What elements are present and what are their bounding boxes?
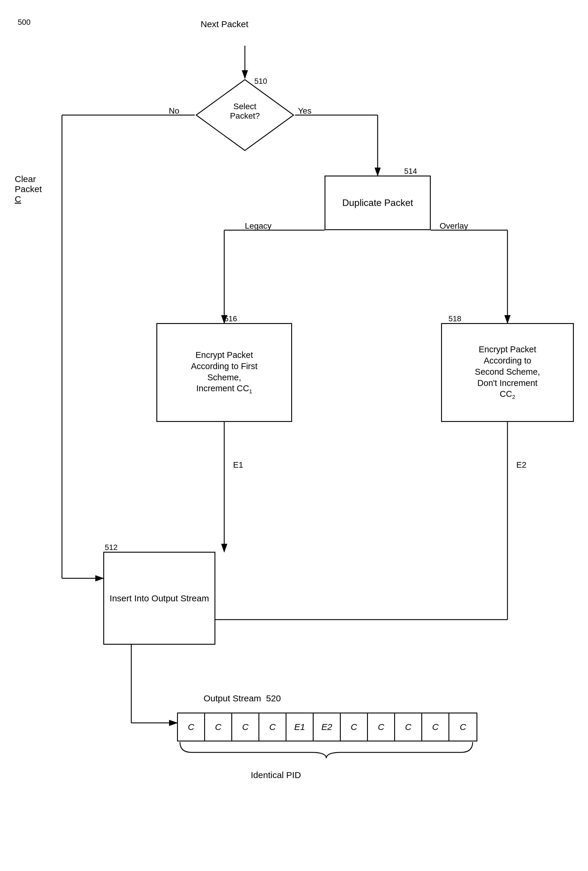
no-label: No bbox=[169, 106, 180, 116]
e2-label: E2 bbox=[516, 460, 526, 470]
legacy-label: Legacy bbox=[245, 221, 271, 231]
cell-6: C bbox=[368, 714, 395, 741]
diamond-svg bbox=[195, 78, 295, 152]
cell-e1: E1 bbox=[286, 714, 314, 741]
insert-text: Insert Into Output Stream bbox=[110, 593, 209, 604]
ref-510: 510 bbox=[254, 77, 267, 86]
cell-7: C bbox=[395, 714, 422, 741]
ref-514: 514 bbox=[404, 167, 417, 176]
cell-3: C bbox=[232, 714, 259, 741]
ref-518: 518 bbox=[449, 314, 461, 323]
encrypt2-text: Encrypt PacketAccording toSecond Scheme,… bbox=[475, 344, 540, 401]
svg-marker-16 bbox=[196, 80, 293, 151]
ref-516: 516 bbox=[224, 314, 237, 323]
brace-svg bbox=[177, 741, 476, 764]
clear-packet-text: ClearPacketC bbox=[15, 174, 42, 204]
e1-label: E1 bbox=[233, 460, 243, 470]
cell-1: C bbox=[178, 714, 205, 741]
duplicate-packet-box: Duplicate Packet bbox=[325, 175, 431, 230]
cell-5: C bbox=[341, 714, 368, 741]
insert-box: Insert Into Output Stream bbox=[103, 552, 215, 645]
encrypt1-text: Encrypt PacketAccording to FirstScheme,I… bbox=[191, 350, 257, 395]
stream-cells: C C C C E1 E2 C C C C C bbox=[177, 712, 477, 741]
diagram: 500 Next Packet SelectPacket? 510 No Yes… bbox=[0, 0, 588, 871]
output-stream-ref: 520 bbox=[266, 693, 281, 703]
figure-number: 500 bbox=[18, 18, 30, 27]
cell-9: C bbox=[449, 714, 476, 741]
encrypt2-box: Encrypt PacketAccording toSecond Scheme,… bbox=[441, 323, 574, 422]
yes-label: Yes bbox=[298, 106, 311, 116]
output-stream-label: Output Stream 520 bbox=[203, 693, 281, 703]
clear-packet-label: ClearPacketC bbox=[15, 174, 42, 204]
cell-e2: E2 bbox=[314, 714, 341, 741]
ref-512: 512 bbox=[105, 543, 117, 552]
duplicate-packet-text: Duplicate Packet bbox=[342, 197, 413, 209]
cell-4: C bbox=[259, 714, 286, 741]
select-packet-diamond: SelectPacket? bbox=[195, 78, 295, 152]
next-packet-label: Next Packet bbox=[200, 19, 248, 29]
cell-2: C bbox=[205, 714, 232, 741]
encrypt1-box: Encrypt PacketAccording to FirstScheme,I… bbox=[156, 323, 292, 422]
cell-8: C bbox=[422, 714, 449, 741]
output-stream-text: Output Stream bbox=[203, 693, 266, 703]
overlay-label: Overlay bbox=[440, 221, 468, 231]
identical-pid-label: Identical PID bbox=[251, 770, 301, 780]
